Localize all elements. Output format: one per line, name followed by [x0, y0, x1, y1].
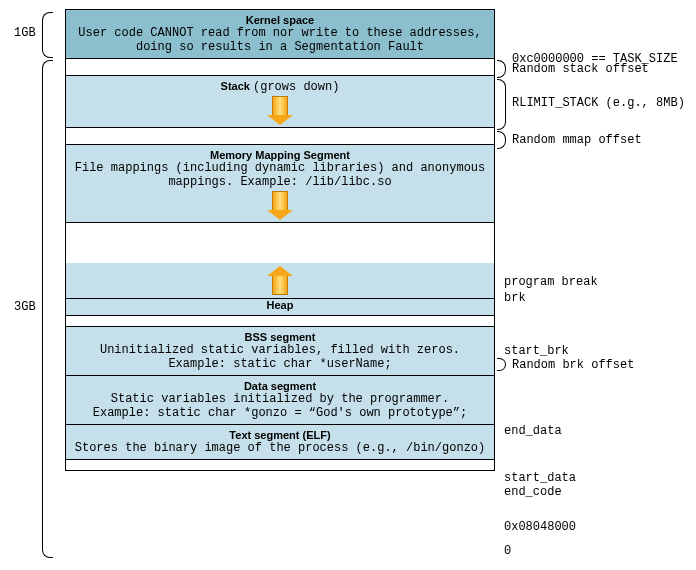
brace-3gb	[42, 60, 53, 558]
label-1gb: 1GB	[14, 26, 36, 40]
segment-stack: Stack (grows down)	[65, 75, 495, 95]
data-title: Data segment	[72, 380, 488, 392]
data-desc1: Static variables initialized by the prog…	[72, 392, 488, 406]
brace-1gb	[42, 12, 53, 58]
bss-desc2: Example: static char *userName;	[72, 357, 488, 371]
arrow-down-icon	[272, 191, 288, 211]
label-text-start: 0x08048000	[504, 520, 576, 534]
mmap-title: Memory Mapping Segment	[72, 149, 488, 161]
data-desc2: Example: static char *gonzo = “God's own…	[72, 406, 488, 420]
label-random-stack: Random stack offset	[512, 62, 649, 76]
segment-heap: Heap	[65, 298, 495, 316]
kernel-title: Kernel space	[72, 14, 488, 26]
label-program-break: program break	[504, 275, 598, 289]
segment-bss: BSS segment Uninitialized static variabl…	[65, 326, 495, 376]
stack-note: (grows down)	[253, 80, 339, 94]
label-start-brk: start_brk	[504, 344, 569, 358]
bss-desc1: Uninitialized static variables, filled w…	[72, 343, 488, 357]
text-desc: Stores the binary image of the process (…	[72, 441, 488, 455]
kernel-desc: User code CANNOT read from nor write to …	[72, 26, 488, 54]
stack-title: Stack	[221, 80, 250, 92]
mmap-arrow-row	[65, 189, 495, 223]
brace-rlimit	[497, 79, 506, 130]
heap-title: Heap	[72, 299, 488, 311]
heap-arrow-row	[65, 263, 495, 299]
segment-data: Data segment Static variables initialize…	[65, 375, 495, 425]
bss-title: BSS segment	[72, 331, 488, 343]
label-random-brk: Random brk offset	[512, 358, 634, 372]
brace-mmap-offset	[497, 131, 506, 149]
label-brk: brk	[504, 291, 526, 305]
label-zero: 0	[504, 544, 511, 558]
brace-stack-offset	[497, 60, 506, 78]
text-title: Text segment (ELF)	[72, 429, 488, 441]
gap-unmapped	[65, 222, 495, 264]
label-3gb: 3GB	[14, 300, 36, 314]
gap-bottom	[65, 459, 495, 471]
memory-layout-diagram: 1GB 3GB Kernel space User code CANNOT re…	[10, 10, 690, 565]
arrow-down-icon	[272, 96, 288, 116]
label-start-data: start_data	[504, 471, 576, 485]
segments-column: Kernel space User code CANNOT read from …	[65, 10, 495, 471]
segment-text: Text segment (ELF) Stores the binary ima…	[65, 424, 495, 460]
label-random-mmap: Random mmap offset	[512, 133, 642, 147]
left-column: 1GB 3GB	[10, 10, 55, 565]
label-rlimit: RLIMIT_STACK (e.g., 8MB)	[512, 96, 685, 110]
mmap-desc: File mappings (including dynamic librari…	[72, 161, 488, 189]
brace-brk-offset	[497, 358, 506, 371]
arrow-up-icon	[272, 275, 288, 295]
stack-arrow-row	[65, 94, 495, 128]
segment-mmap: Memory Mapping Segment File mappings (in…	[65, 144, 495, 190]
label-end-code: end_code	[504, 485, 562, 499]
segment-kernel: Kernel space User code CANNOT read from …	[65, 9, 495, 59]
gap-stack-offset	[65, 58, 495, 76]
gap-mmap-offset	[65, 127, 495, 145]
label-end-data: end_data	[504, 424, 562, 438]
